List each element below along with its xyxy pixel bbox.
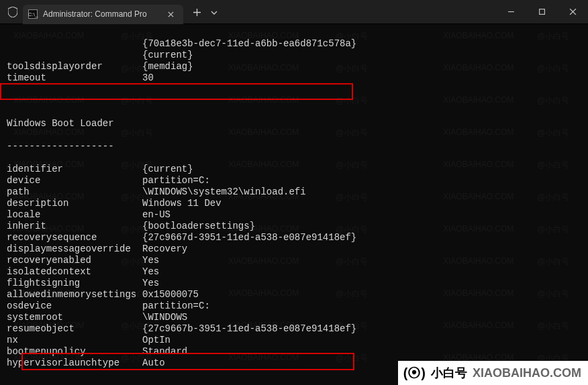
output-value: {70a18e3b-dec7-11ed-a6bb-ea6d871c578a} bbox=[142, 38, 581, 50]
output-key bbox=[7, 50, 142, 61]
terminal-output[interactable]: {70a18e3b-dec7-11ed-a6bb-ea6d871c578a}{c… bbox=[0, 24, 588, 385]
output-value: 0x15000075 bbox=[142, 289, 581, 300]
output-key: identifier bbox=[7, 164, 142, 175]
output-row: bootmenupolicyStandard bbox=[7, 346, 581, 358]
maximize-button[interactable] bbox=[526, 1, 557, 23]
output-row: timeout30 bbox=[7, 72, 581, 84]
svg-rect-0 bbox=[539, 9, 544, 15]
output-value: Standard bbox=[142, 346, 581, 358]
output-key: recoverysequence bbox=[7, 232, 142, 243]
output-key: locale bbox=[7, 209, 142, 221]
shield-icon bbox=[7, 6, 19, 18]
output-key: resumeobject bbox=[7, 323, 142, 335]
close-tab-button[interactable] bbox=[166, 9, 177, 19]
output-key: timeout bbox=[7, 72, 142, 84]
output-key: displaymessageoverride bbox=[7, 243, 142, 255]
output-value: partition=C: bbox=[142, 300, 581, 312]
output-key: allowedinmemorysettings bbox=[7, 289, 142, 300]
output-row: isolatedcontextYes bbox=[7, 266, 581, 278]
output-value: {current} bbox=[142, 164, 581, 175]
output-key: isolatedcontext bbox=[7, 266, 142, 278]
output-value: 30 bbox=[142, 72, 581, 84]
output-key: hypervisorlaunchtype bbox=[7, 358, 142, 369]
output-value: {27c9667b-3951-11ed-a538-e087e91418ef} bbox=[142, 323, 581, 335]
output-row: identifier{current} bbox=[7, 164, 581, 175]
output-value: \WINDOWS bbox=[142, 312, 581, 323]
close-window-button[interactable] bbox=[557, 1, 588, 23]
tab-active[interactable]: C:\_ Administrator: Command Pro bbox=[23, 5, 183, 24]
wifi-icon: (⦿) bbox=[403, 366, 426, 381]
tab-title: Administrator: Command Pro bbox=[43, 9, 147, 19]
output-key: nx bbox=[7, 335, 142, 346]
output-key: systemroot bbox=[7, 312, 142, 323]
output-row: resumeobject{27c9667b-3951-11ed-a538-e08… bbox=[7, 323, 581, 335]
output-value: {current} bbox=[142, 50, 581, 61]
output-value: {27c9667d-3951-11ed-a538-e087e91418ef} bbox=[142, 232, 581, 243]
output-row: osdevicepartition=C: bbox=[7, 300, 581, 312]
output-row: allowedinmemorysettings0x15000075 bbox=[7, 289, 581, 300]
output-row: path\WINDOWS\system32\winload.efi bbox=[7, 186, 581, 198]
output-key: path bbox=[7, 186, 142, 198]
output-key: recoveryenabled bbox=[7, 255, 142, 266]
output-value: \WINDOWS\system32\winload.efi bbox=[142, 186, 581, 198]
output-value: Yes bbox=[142, 255, 581, 266]
output-value: Recovery bbox=[142, 243, 581, 255]
output-row: devicepartition=C: bbox=[7, 175, 581, 186]
badge-site: XIAOBAIHAO.COM bbox=[473, 366, 581, 380]
output-value: OptIn bbox=[142, 335, 581, 346]
output-value: en-US bbox=[142, 209, 581, 221]
cmd-icon: C:\_ bbox=[28, 9, 38, 19]
output-row: systemroot\WINDOWS bbox=[7, 312, 581, 323]
minimize-button[interactable] bbox=[495, 1, 526, 23]
tab-dropdown-button[interactable] bbox=[206, 4, 222, 21]
output-key: inherit bbox=[7, 221, 142, 232]
output-row: localeen-US bbox=[7, 209, 581, 221]
output-row: nxOptIn bbox=[7, 335, 581, 346]
output-key: osdevice bbox=[7, 300, 142, 312]
new-tab-button[interactable] bbox=[189, 4, 206, 21]
output-row: descriptionWindows 11 Dev bbox=[7, 198, 581, 209]
badge-cn: 小白号 bbox=[431, 365, 467, 381]
output-key: description bbox=[7, 198, 142, 209]
output-row: recoverysequence{27c9667d-3951-11ed-a538… bbox=[7, 232, 581, 243]
output-key bbox=[7, 38, 142, 50]
output-value: partition=C: bbox=[142, 175, 581, 186]
output-key: toolsdisplayorder bbox=[7, 61, 142, 72]
output-row: inherit{bootloadersettings} bbox=[7, 221, 581, 232]
output-key: device bbox=[7, 175, 142, 186]
section-title: Windows Boot Loader bbox=[7, 118, 581, 129]
output-value: Yes bbox=[142, 266, 581, 278]
site-badge: (⦿) 小白号 XIAOBAIHAO.COM bbox=[398, 361, 588, 385]
output-key: bootmenupolicy bbox=[7, 346, 142, 358]
output-row: {70a18e3b-dec7-11ed-a6bb-ea6d871c578a} bbox=[7, 38, 581, 50]
output-key: flightsigning bbox=[7, 278, 142, 289]
section-rule: ------------------- bbox=[7, 141, 581, 152]
output-row: recoveryenabledYes bbox=[7, 255, 581, 266]
output-row: displaymessageoverrideRecovery bbox=[7, 243, 581, 255]
titlebar: C:\_ Administrator: Command Pro bbox=[0, 0, 588, 24]
output-value: {memdiag} bbox=[142, 61, 581, 72]
output-value: Windows 11 Dev bbox=[142, 198, 581, 209]
window-controls bbox=[495, 1, 588, 23]
output-row: flightsigningYes bbox=[7, 278, 581, 289]
output-row: {current} bbox=[7, 50, 581, 61]
output-value: Yes bbox=[142, 278, 581, 289]
output-row: toolsdisplayorder{memdiag} bbox=[7, 61, 581, 72]
output-value: {bootloadersettings} bbox=[142, 221, 581, 232]
